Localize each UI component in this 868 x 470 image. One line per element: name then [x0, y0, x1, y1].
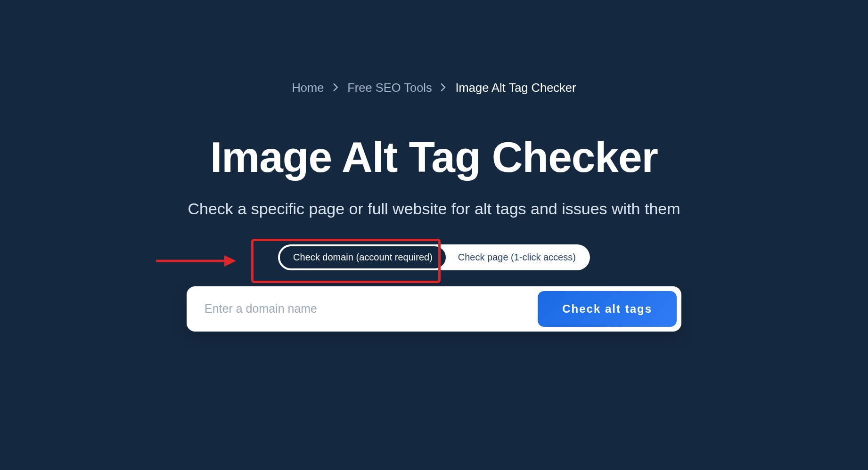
- mode-toggle-group: Check domain (account required) Check pa…: [278, 244, 590, 270]
- chevron-right-icon: [441, 83, 446, 93]
- check-domain-toggle[interactable]: Check domain (account required): [280, 246, 446, 268]
- toggle-wrapper: Check domain (account required) Check pa…: [76, 244, 792, 270]
- breadcrumb-current: Image Alt Tag Checker: [456, 81, 576, 95]
- search-bar: Check alt tags: [187, 286, 681, 332]
- page-title: Image Alt Tag Checker: [76, 135, 792, 180]
- domain-input[interactable]: [187, 293, 538, 324]
- svg-marker-1: [224, 255, 236, 267]
- page-subtitle: Check a specific page or full website fo…: [76, 200, 792, 218]
- chevron-right-icon: [333, 83, 338, 93]
- breadcrumb-home[interactable]: Home: [292, 81, 324, 95]
- check-page-toggle[interactable]: Check page (1-click access): [446, 247, 588, 267]
- breadcrumb-tools[interactable]: Free SEO Tools: [347, 81, 432, 95]
- check-alt-tags-button[interactable]: Check alt tags: [538, 291, 677, 327]
- hero-section: Image Alt Tag Checker Check a specific p…: [76, 135, 792, 332]
- breadcrumb: Home Free SEO Tools Image Alt Tag Checke…: [0, 81, 868, 95]
- arrow-annotation-icon: [156, 254, 236, 275]
